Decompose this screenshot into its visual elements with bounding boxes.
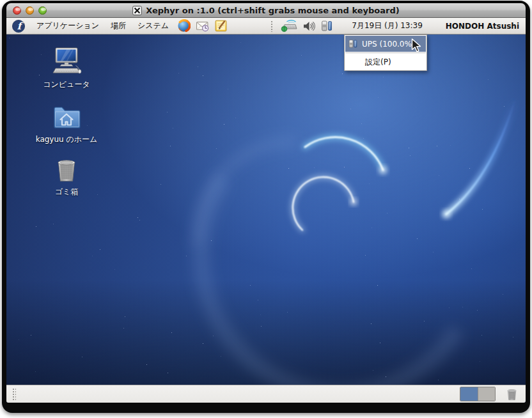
home-folder-icon [51, 101, 82, 132]
tray-drag-handle[interactable] [270, 20, 274, 32]
titlebar[interactable]: Xephyr on :1.0 (ctrl+shift grabs mouse a… [6, 3, 526, 18]
xorg-x-icon [132, 6, 142, 15]
power-applet[interactable] [320, 20, 332, 32]
keyboard-layout-indicator[interactable] [281, 19, 297, 33]
volume-control[interactable] [302, 20, 315, 33]
desktop[interactable]: コンピュータ kagyuu のホーム [6, 35, 526, 385]
user-switcher[interactable]: HONDOH Atsushi [446, 22, 519, 31]
power-menu-item-ups[interactable]: UPS (100.0%) [345, 36, 426, 52]
title-wrap: Xephyr on :1.0 (ctrl+shift grabs mouse a… [132, 6, 399, 15]
desktop-icon-computer[interactable]: コンピュータ [31, 46, 102, 90]
workspace-switcher [460, 387, 496, 401]
desktop-icon-home[interactable]: kagyuu のホーム [31, 101, 102, 145]
workspace-1[interactable] [460, 387, 478, 401]
keyboard-layout-icon [281, 19, 297, 33]
tray-area: 7月19日 (月) 13:39 HONDOH Atsushi [270, 19, 519, 33]
fedora-logo-icon: f [12, 20, 25, 33]
desktop-icon-label: コンピュータ [31, 79, 102, 90]
close-button[interactable] [13, 6, 21, 15]
menu-applications-label: アプリケーション [36, 20, 99, 31]
gedit-icon [214, 19, 228, 33]
menu-places-label: 場所 [111, 20, 126, 31]
volume-icon [302, 20, 315, 33]
clock[interactable]: 7月19日 (月) 13:39 [352, 20, 422, 31]
desktop-icon-label: ゴミ箱 [31, 187, 102, 197]
mac-window: Xephyr on :1.0 (ctrl+shift grabs mouse a… [6, 3, 526, 403]
bottom-panel [6, 385, 526, 403]
fedora-menu-button[interactable]: f [11, 18, 31, 34]
trash-applet[interactable] [505, 387, 519, 401]
trash-applet-icon [505, 387, 519, 401]
window-title: Xephyr on :1.0 (ctrl+shift grabs mouse a… [146, 6, 399, 15]
launcher-evolution[interactable] [196, 19, 209, 33]
traffic-lights [13, 6, 47, 15]
panel-drag-handle[interactable] [12, 388, 16, 400]
gnome-screen: f アプリケーション 場所 システム [6, 18, 526, 403]
workspace-2[interactable] [478, 387, 495, 401]
ups-battery-icon [320, 20, 332, 32]
minimize-button[interactable] [26, 6, 34, 15]
menu-system-label: システム [137, 20, 169, 31]
ups-battery-icon [348, 39, 357, 49]
menu-system[interactable]: システム [132, 18, 175, 34]
launcher-firefox[interactable] [177, 19, 191, 33]
menu-places[interactable]: 場所 [105, 18, 132, 34]
window-frame: Xephyr on :1.0 (ctrl+shift grabs mouse a… [2, 1, 530, 413]
menu-applications[interactable]: アプリケーション [31, 18, 105, 34]
launcher-gedit[interactable] [214, 19, 228, 33]
power-menu-item-label: UPS (100.0%) [362, 40, 415, 49]
top-panel: f アプリケーション 場所 システム [6, 18, 526, 35]
power-menu-item-label: 設定(P) [365, 57, 391, 68]
desktop-icon-trash[interactable]: ゴミ箱 [31, 155, 102, 197]
computer-icon [51, 46, 82, 77]
firefox-icon [177, 19, 191, 33]
menu-separator [345, 52, 426, 54]
power-menu: UPS (100.0%) 設定(P) [344, 35, 427, 71]
zoom-button[interactable] [38, 6, 47, 15]
evolution-mail-icon [196, 19, 209, 33]
power-menu-item-settings[interactable]: 設定(P) [345, 54, 426, 70]
desktop-icon-label: kagyuu のホーム [31, 134, 102, 145]
trash-icon [52, 155, 81, 184]
